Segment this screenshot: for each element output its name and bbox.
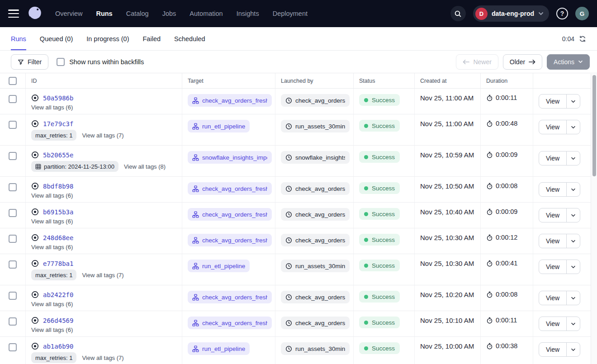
run-id-link[interactable]: 50a5986b [43,95,73,102]
help-button[interactable]: ? [556,8,568,19]
nav-item-deployment[interactable]: Deployment [273,10,308,17]
run-id-link[interactable]: ab1a6b90 [43,343,73,350]
view-all-tags-link[interactable]: View all tags (8) [124,163,166,170]
view-all-tags-link[interactable]: View all tags (6) [31,104,73,111]
target-pill[interactable]: check_avg_orders_freshne [188,208,272,221]
nav-item-automation[interactable]: Automation [190,10,223,17]
refresh-icon[interactable] [579,35,586,43]
show-backfills-toggle[interactable]: Show runs within backfills [57,58,144,66]
launched-by-pill[interactable]: check_avg_orders_f… [281,291,350,303]
run-id-link[interactable]: 8bdf8b98 [43,183,73,190]
deployment-switcher[interactable]: D data-eng-prod [473,5,549,22]
view-dropdown-button[interactable] [566,151,580,165]
view-button[interactable]: View [539,183,566,196]
view-all-tags-link[interactable]: View all tags (6) [31,192,73,199]
nav-item-catalog[interactable]: Catalog [126,10,149,17]
view-button[interactable]: View [539,208,566,222]
view-all-tags-link[interactable]: View all tags (6) [31,301,73,307]
row-checkbox[interactable] [9,95,17,103]
dagster-logo-icon[interactable] [26,5,43,22]
run-id-link[interactable]: e7778ba1 [43,260,73,267]
view-dropdown-button[interactable] [566,95,580,108]
target-pill[interactable]: check_avg_orders_freshne [188,291,272,303]
run-id-link[interactable]: 266d4569 [43,317,73,324]
target-pill[interactable]: check_avg_orders_freshne [188,94,272,107]
view-all-tags-link[interactable]: View all tags (7) [82,132,123,139]
target-pill[interactable]: check_avg_orders_freshne [188,182,272,195]
view-all-tags-link[interactable]: View all tags (6) [31,326,73,333]
row-checkbox[interactable] [9,121,17,129]
run-tag-pill[interactable]: max_retries: 1 [31,269,76,280]
scrollbar-thumb[interactable] [592,75,596,176]
run-tag-pill[interactable]: partition: 2024-11-25-13:00 [31,161,118,172]
tab-runs[interactable]: Runs [11,27,26,50]
view-button[interactable]: View [539,234,566,248]
view-button[interactable]: View [539,95,566,108]
view-button[interactable]: View [539,151,566,165]
run-id-link[interactable]: b6915b3a [43,208,73,216]
row-checkbox[interactable] [9,260,17,269]
run-tag-pill[interactable]: max_retries: 1 [31,130,76,141]
view-button[interactable]: View [539,317,566,331]
view-dropdown-button[interactable] [566,120,580,134]
select-all-checkbox[interactable] [9,77,17,85]
menu-icon[interactable] [8,9,19,18]
nav-item-insights[interactable]: Insights [237,10,259,17]
view-all-tags-link[interactable]: View all tags (6) [31,218,73,225]
tab-in-progress[interactable]: In progress (0) [86,27,129,50]
nav-item-jobs[interactable]: Jobs [162,10,176,17]
launched-by-pill[interactable]: check_avg_orders_f… [281,234,350,246]
view-dropdown-button[interactable] [566,260,580,274]
launched-by-pill[interactable]: snowflake_insights_… [281,151,350,164]
launched-by-pill[interactable]: run_assets_30min [281,120,350,132]
view-button[interactable]: View [539,120,566,134]
row-checkbox[interactable] [9,317,17,326]
view-dropdown-button[interactable] [566,343,580,356]
search-button[interactable] [450,6,466,21]
row-checkbox[interactable] [9,292,17,300]
tab-scheduled[interactable]: Scheduled [174,27,205,50]
launched-by-pill[interactable]: run_assets_30min [281,260,350,272]
actions-button[interactable]: Actions [547,54,590,70]
view-dropdown-button[interactable] [566,291,580,305]
run-tag-pill[interactable]: max_retries: 1 [31,352,76,363]
view-button[interactable]: View [539,343,566,356]
target-pill[interactable]: run_etl_pipeline [188,342,250,355]
run-id-link[interactable]: 17e79c3f [43,120,73,128]
target-pill[interactable]: check_avg_orders_freshne [188,234,272,246]
launched-by-pill[interactable]: check_avg_orders_f… [281,182,350,195]
target-pill[interactable]: snowflake_insights_import [188,151,272,164]
view-dropdown-button[interactable] [566,317,580,331]
view-dropdown-button[interactable] [566,183,580,196]
view-button[interactable]: View [539,260,566,274]
launched-by-pill[interactable]: check_avg_orders_f… [281,317,350,329]
view-dropdown-button[interactable] [566,208,580,222]
older-button[interactable]: Older [503,54,542,70]
tab-failed[interactable]: Failed [143,27,161,50]
user-avatar[interactable]: G [575,7,589,20]
target-pill[interactable]: run_etl_pipeline [188,260,250,272]
run-id-link[interactable]: 5b20655e [43,151,73,159]
backfills-checkbox[interactable] [57,58,65,66]
view-button[interactable]: View [539,291,566,305]
row-checkbox[interactable] [9,209,17,217]
launched-by-pill[interactable]: check_avg_orders_f… [281,208,350,221]
launched-by-pill[interactable]: run_assets_30min [281,342,350,355]
target-pill[interactable]: run_etl_pipeline [188,120,250,132]
newer-button[interactable]: Newer [456,54,498,70]
run-id-link[interactable]: ab2422f0 [43,291,73,298]
launched-by-pill[interactable]: check_avg_orders_f… [281,94,350,107]
target-pill[interactable]: check_avg_orders_freshne [188,317,272,329]
row-checkbox[interactable] [9,235,17,243]
filter-button[interactable]: Filter [11,54,48,70]
view-all-tags-link[interactable]: View all tags (7) [82,355,123,361]
view-all-tags-link[interactable]: View all tags (6) [31,244,73,251]
run-id-link[interactable]: 248d68ee [43,234,73,241]
tab-queued[interactable]: Queued (0) [40,27,73,50]
row-checkbox[interactable] [9,152,17,160]
view-dropdown-button[interactable] [566,234,580,248]
row-checkbox[interactable] [9,183,17,191]
nav-item-runs[interactable]: Runs [96,10,112,17]
row-checkbox[interactable] [9,343,17,351]
view-all-tags-link[interactable]: View all tags (7) [82,272,123,279]
